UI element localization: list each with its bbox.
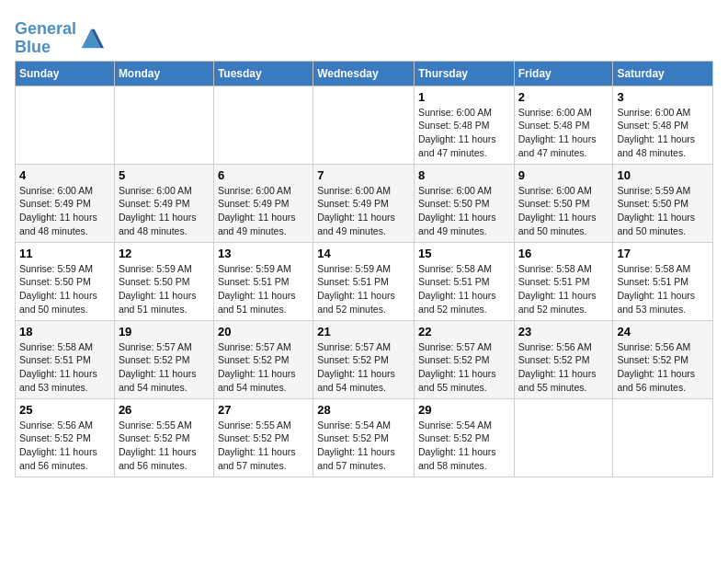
day-number: 13 — [218, 247, 309, 260]
day-info: Sunrise: 5:57 AMSunset: 5:52 PMDaylight:… — [317, 340, 410, 395]
calendar-week-1: 4Sunrise: 6:00 AMSunset: 5:49 PMDaylight… — [16, 164, 713, 242]
calendar-cell: 24Sunrise: 5:56 AMSunset: 5:52 PMDayligh… — [613, 320, 713, 398]
calendar-cell: 15Sunrise: 5:58 AMSunset: 5:51 PMDayligh… — [414, 242, 514, 320]
calendar-cell: 18Sunrise: 5:58 AMSunset: 5:51 PMDayligh… — [16, 320, 115, 398]
day-number: 9 — [518, 168, 609, 182]
logo-icon — [78, 26, 104, 52]
day-info: Sunrise: 5:59 AMSunset: 5:50 PMDaylight:… — [119, 262, 210, 316]
day-number: 6 — [218, 168, 309, 182]
calendar-cell: 9Sunrise: 6:00 AMSunset: 5:50 PMDaylight… — [514, 164, 613, 242]
day-number: 14 — [317, 247, 410, 260]
calendar-cell: 6Sunrise: 6:00 AMSunset: 5:49 PMDaylight… — [213, 164, 313, 242]
day-number: 15 — [418, 247, 510, 260]
calendar-cell: 13Sunrise: 5:59 AMSunset: 5:51 PMDayligh… — [213, 242, 313, 320]
calendar-cell — [213, 86, 313, 164]
day-number: 29 — [418, 403, 510, 417]
calendar-cell: 8Sunrise: 6:00 AMSunset: 5:50 PMDaylight… — [414, 164, 514, 242]
calendar-cell: 5Sunrise: 6:00 AMSunset: 5:49 PMDaylight… — [114, 164, 213, 242]
day-number: 25 — [19, 403, 110, 417]
day-info: Sunrise: 5:59 AMSunset: 5:50 PMDaylight:… — [617, 184, 709, 238]
day-number: 2 — [518, 90, 609, 104]
col-header-friday: Friday — [514, 61, 613, 86]
day-info: Sunrise: 5:54 AMSunset: 5:52 PMDaylight:… — [418, 419, 510, 473]
day-info: Sunrise: 6:00 AMSunset: 5:49 PMDaylight:… — [119, 184, 210, 238]
day-number: 5 — [119, 168, 210, 182]
calendar-cell: 28Sunrise: 5:54 AMSunset: 5:52 PMDayligh… — [313, 398, 415, 477]
col-header-sunday: Sunday — [16, 61, 115, 86]
calendar-cell — [514, 398, 613, 477]
day-number: 23 — [518, 325, 609, 339]
day-info: Sunrise: 5:57 AMSunset: 5:52 PMDaylight:… — [119, 340, 210, 395]
calendar-cell: 4Sunrise: 6:00 AMSunset: 5:49 PMDaylight… — [16, 164, 115, 242]
day-info: Sunrise: 5:59 AMSunset: 5:51 PMDaylight:… — [317, 262, 410, 316]
calendar-table: SundayMondayTuesdayWednesdayThursdayFrid… — [15, 61, 713, 477]
calendar-cell: 27Sunrise: 5:55 AMSunset: 5:52 PMDayligh… — [213, 398, 313, 477]
day-number: 1 — [418, 90, 510, 104]
day-number: 3 — [617, 90, 709, 104]
day-number: 22 — [418, 325, 510, 339]
calendar-week-0: 1Sunrise: 6:00 AMSunset: 5:48 PMDaylight… — [16, 86, 713, 164]
day-info: Sunrise: 6:00 AMSunset: 5:50 PMDaylight:… — [418, 184, 510, 238]
calendar-cell: 1Sunrise: 6:00 AMSunset: 5:48 PMDaylight… — [414, 86, 514, 164]
day-number: 12 — [119, 247, 210, 260]
day-number: 7 — [317, 168, 410, 182]
day-info: Sunrise: 6:00 AMSunset: 5:49 PMDaylight:… — [19, 184, 110, 238]
day-number: 19 — [119, 325, 210, 339]
calendar-cell: 16Sunrise: 5:58 AMSunset: 5:51 PMDayligh… — [514, 242, 613, 320]
page-header: General Blue — [15, 15, 713, 57]
day-info: Sunrise: 6:00 AMSunset: 5:48 PMDaylight:… — [518, 106, 609, 160]
day-number: 24 — [617, 325, 709, 339]
day-info: Sunrise: 5:56 AMSunset: 5:52 PMDaylight:… — [518, 340, 609, 395]
col-header-tuesday: Tuesday — [213, 61, 313, 86]
day-info: Sunrise: 5:59 AMSunset: 5:51 PMDaylight:… — [218, 262, 309, 316]
col-header-monday: Monday — [114, 61, 213, 86]
day-number: 27 — [218, 403, 309, 417]
day-info: Sunrise: 5:55 AMSunset: 5:52 PMDaylight:… — [119, 419, 210, 473]
day-info: Sunrise: 6:00 AMSunset: 5:49 PMDaylight:… — [317, 184, 410, 238]
day-info: Sunrise: 5:57 AMSunset: 5:52 PMDaylight:… — [218, 340, 309, 395]
day-info: Sunrise: 5:54 AMSunset: 5:52 PMDaylight:… — [317, 419, 410, 473]
day-number: 10 — [617, 168, 709, 182]
day-info: Sunrise: 6:00 AMSunset: 5:48 PMDaylight:… — [617, 106, 709, 160]
day-info: Sunrise: 5:55 AMSunset: 5:52 PMDaylight:… — [218, 419, 309, 473]
day-number: 20 — [218, 325, 309, 339]
logo: General Blue — [15, 20, 104, 57]
calendar-cell: 11Sunrise: 5:59 AMSunset: 5:50 PMDayligh… — [16, 242, 115, 320]
day-info: Sunrise: 5:59 AMSunset: 5:50 PMDaylight:… — [19, 262, 110, 316]
day-info: Sunrise: 5:57 AMSunset: 5:52 PMDaylight:… — [418, 340, 510, 395]
calendar-cell: 2Sunrise: 6:00 AMSunset: 5:48 PMDaylight… — [514, 86, 613, 164]
calendar-cell: 21Sunrise: 5:57 AMSunset: 5:52 PMDayligh… — [313, 320, 415, 398]
day-number: 16 — [518, 247, 609, 260]
calendar-cell: 25Sunrise: 5:56 AMSunset: 5:52 PMDayligh… — [16, 398, 115, 477]
day-number: 26 — [119, 403, 210, 417]
calendar-cell: 23Sunrise: 5:56 AMSunset: 5:52 PMDayligh… — [514, 320, 613, 398]
col-header-saturday: Saturday — [613, 61, 713, 86]
day-number: 11 — [19, 247, 110, 260]
day-info: Sunrise: 6:00 AMSunset: 5:50 PMDaylight:… — [518, 184, 609, 238]
day-info: Sunrise: 6:00 AMSunset: 5:49 PMDaylight:… — [218, 184, 309, 238]
calendar-cell: 22Sunrise: 5:57 AMSunset: 5:52 PMDayligh… — [414, 320, 514, 398]
calendar-body: 1Sunrise: 6:00 AMSunset: 5:48 PMDaylight… — [16, 86, 713, 477]
day-number: 21 — [317, 325, 410, 339]
day-info: Sunrise: 5:58 AMSunset: 5:51 PMDaylight:… — [518, 262, 609, 316]
day-info: Sunrise: 5:58 AMSunset: 5:51 PMDaylight:… — [19, 340, 110, 395]
calendar-cell: 12Sunrise: 5:59 AMSunset: 5:50 PMDayligh… — [114, 242, 213, 320]
calendar-cell: 19Sunrise: 5:57 AMSunset: 5:52 PMDayligh… — [114, 320, 213, 398]
calendar-cell: 10Sunrise: 5:59 AMSunset: 5:50 PMDayligh… — [613, 164, 713, 242]
logo-text: General Blue — [15, 20, 76, 57]
day-number: 8 — [418, 168, 510, 182]
calendar-cell — [114, 86, 213, 164]
calendar-header-row: SundayMondayTuesdayWednesdayThursdayFrid… — [16, 61, 713, 86]
calendar-cell — [313, 86, 415, 164]
day-info: Sunrise: 5:56 AMSunset: 5:52 PMDaylight:… — [617, 340, 709, 395]
calendar-cell: 17Sunrise: 5:58 AMSunset: 5:51 PMDayligh… — [613, 242, 713, 320]
day-info: Sunrise: 5:58 AMSunset: 5:51 PMDaylight:… — [418, 262, 510, 316]
calendar-cell: 7Sunrise: 6:00 AMSunset: 5:49 PMDaylight… — [313, 164, 415, 242]
day-number: 17 — [617, 247, 709, 260]
calendar-cell: 14Sunrise: 5:59 AMSunset: 5:51 PMDayligh… — [313, 242, 415, 320]
day-number: 18 — [19, 325, 110, 339]
day-number: 4 — [19, 168, 110, 182]
calendar-week-4: 25Sunrise: 5:56 AMSunset: 5:52 PMDayligh… — [16, 398, 713, 477]
day-info: Sunrise: 6:00 AMSunset: 5:48 PMDaylight:… — [418, 106, 510, 160]
day-info: Sunrise: 5:58 AMSunset: 5:51 PMDaylight:… — [617, 262, 709, 316]
